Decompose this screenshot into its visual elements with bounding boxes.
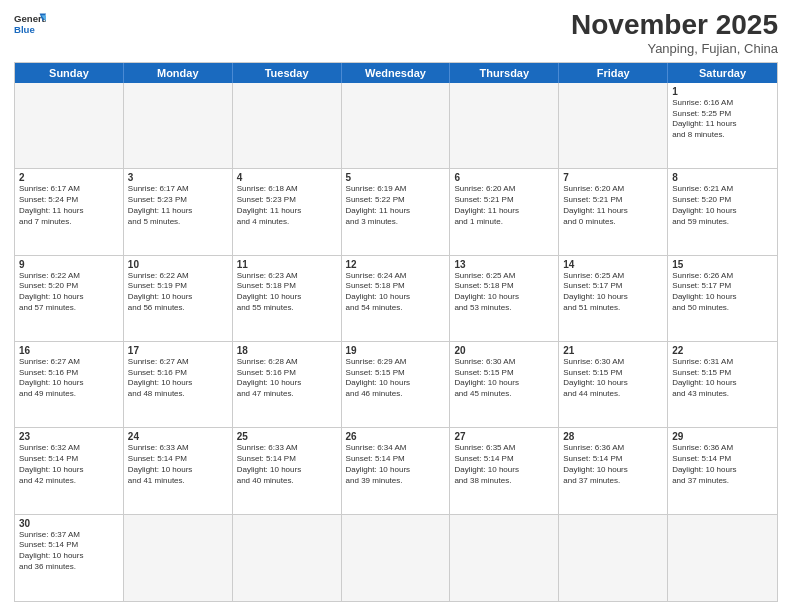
calendar-row: 1Sunrise: 6:16 AM Sunset: 5:25 PM Daylig…	[15, 83, 777, 169]
month-title: November 2025	[571, 10, 778, 41]
day-number: 25	[237, 431, 337, 442]
calendar-cell: 20Sunrise: 6:30 AM Sunset: 5:15 PM Dayli…	[450, 342, 559, 427]
calendar-cell: 25Sunrise: 6:33 AM Sunset: 5:14 PM Dayli…	[233, 428, 342, 513]
cell-info: Sunrise: 6:33 AM Sunset: 5:14 PM Dayligh…	[128, 443, 228, 486]
cell-info: Sunrise: 6:25 AM Sunset: 5:18 PM Dayligh…	[454, 271, 554, 314]
calendar-cell: 7Sunrise: 6:20 AM Sunset: 5:21 PM Daylig…	[559, 169, 668, 254]
calendar-cell: 17Sunrise: 6:27 AM Sunset: 5:16 PM Dayli…	[124, 342, 233, 427]
calendar-cell: 13Sunrise: 6:25 AM Sunset: 5:18 PM Dayli…	[450, 256, 559, 341]
day-number: 26	[346, 431, 446, 442]
cell-info: Sunrise: 6:33 AM Sunset: 5:14 PM Dayligh…	[237, 443, 337, 486]
cell-info: Sunrise: 6:17 AM Sunset: 5:23 PM Dayligh…	[128, 184, 228, 227]
day-number: 29	[672, 431, 773, 442]
calendar-row: 23Sunrise: 6:32 AM Sunset: 5:14 PM Dayli…	[15, 428, 777, 514]
cell-info: Sunrise: 6:25 AM Sunset: 5:17 PM Dayligh…	[563, 271, 663, 314]
calendar-cell: 28Sunrise: 6:36 AM Sunset: 5:14 PM Dayli…	[559, 428, 668, 513]
day-header-thursday: Thursday	[450, 63, 559, 83]
calendar: SundayMondayTuesdayWednesdayThursdayFrid…	[14, 62, 778, 602]
calendar-cell: 16Sunrise: 6:27 AM Sunset: 5:16 PM Dayli…	[15, 342, 124, 427]
calendar-cell	[342, 515, 451, 601]
day-header-wednesday: Wednesday	[342, 63, 451, 83]
day-number: 2	[19, 172, 119, 183]
cell-info: Sunrise: 6:20 AM Sunset: 5:21 PM Dayligh…	[563, 184, 663, 227]
cell-info: Sunrise: 6:22 AM Sunset: 5:19 PM Dayligh…	[128, 271, 228, 314]
cell-info: Sunrise: 6:26 AM Sunset: 5:17 PM Dayligh…	[672, 271, 773, 314]
calendar-cell: 4Sunrise: 6:18 AM Sunset: 5:23 PM Daylig…	[233, 169, 342, 254]
calendar-cell: 15Sunrise: 6:26 AM Sunset: 5:17 PM Dayli…	[668, 256, 777, 341]
day-header-friday: Friday	[559, 63, 668, 83]
calendar-cell: 12Sunrise: 6:24 AM Sunset: 5:18 PM Dayli…	[342, 256, 451, 341]
cell-info: Sunrise: 6:34 AM Sunset: 5:14 PM Dayligh…	[346, 443, 446, 486]
cell-info: Sunrise: 6:36 AM Sunset: 5:14 PM Dayligh…	[672, 443, 773, 486]
calendar-grid: 1Sunrise: 6:16 AM Sunset: 5:25 PM Daylig…	[15, 83, 777, 601]
calendar-row: 30Sunrise: 6:37 AM Sunset: 5:14 PM Dayli…	[15, 515, 777, 601]
day-header-saturday: Saturday	[668, 63, 777, 83]
header: General Blue November 2025 Yanping, Fuji…	[14, 10, 778, 56]
day-number: 17	[128, 345, 228, 356]
logo-icon: General Blue	[14, 10, 46, 38]
logo: General Blue	[14, 10, 46, 38]
calendar-cell: 9Sunrise: 6:22 AM Sunset: 5:20 PM Daylig…	[15, 256, 124, 341]
calendar-cell	[124, 515, 233, 601]
cell-info: Sunrise: 6:21 AM Sunset: 5:20 PM Dayligh…	[672, 184, 773, 227]
page: General Blue November 2025 Yanping, Fuji…	[0, 0, 792, 612]
cell-info: Sunrise: 6:36 AM Sunset: 5:14 PM Dayligh…	[563, 443, 663, 486]
calendar-cell	[668, 515, 777, 601]
day-number: 5	[346, 172, 446, 183]
day-number: 19	[346, 345, 446, 356]
calendar-cell: 18Sunrise: 6:28 AM Sunset: 5:16 PM Dayli…	[233, 342, 342, 427]
day-number: 23	[19, 431, 119, 442]
cell-info: Sunrise: 6:35 AM Sunset: 5:14 PM Dayligh…	[454, 443, 554, 486]
cell-info: Sunrise: 6:19 AM Sunset: 5:22 PM Dayligh…	[346, 184, 446, 227]
calendar-cell: 27Sunrise: 6:35 AM Sunset: 5:14 PM Dayli…	[450, 428, 559, 513]
day-number: 11	[237, 259, 337, 270]
day-number: 1	[672, 86, 773, 97]
day-number: 22	[672, 345, 773, 356]
day-number: 13	[454, 259, 554, 270]
calendar-cell: 26Sunrise: 6:34 AM Sunset: 5:14 PM Dayli…	[342, 428, 451, 513]
day-number: 7	[563, 172, 663, 183]
day-headers: SundayMondayTuesdayWednesdayThursdayFrid…	[15, 63, 777, 83]
day-number: 21	[563, 345, 663, 356]
day-header-tuesday: Tuesday	[233, 63, 342, 83]
day-number: 24	[128, 431, 228, 442]
cell-info: Sunrise: 6:17 AM Sunset: 5:24 PM Dayligh…	[19, 184, 119, 227]
cell-info: Sunrise: 6:27 AM Sunset: 5:16 PM Dayligh…	[128, 357, 228, 400]
day-number: 4	[237, 172, 337, 183]
calendar-cell: 22Sunrise: 6:31 AM Sunset: 5:15 PM Dayli…	[668, 342, 777, 427]
calendar-cell	[15, 83, 124, 168]
location: Yanping, Fujian, China	[571, 41, 778, 56]
cell-info: Sunrise: 6:32 AM Sunset: 5:14 PM Dayligh…	[19, 443, 119, 486]
day-number: 15	[672, 259, 773, 270]
cell-info: Sunrise: 6:24 AM Sunset: 5:18 PM Dayligh…	[346, 271, 446, 314]
day-number: 9	[19, 259, 119, 270]
day-number: 12	[346, 259, 446, 270]
cell-info: Sunrise: 6:30 AM Sunset: 5:15 PM Dayligh…	[454, 357, 554, 400]
day-number: 20	[454, 345, 554, 356]
cell-info: Sunrise: 6:22 AM Sunset: 5:20 PM Dayligh…	[19, 271, 119, 314]
calendar-cell: 3Sunrise: 6:17 AM Sunset: 5:23 PM Daylig…	[124, 169, 233, 254]
calendar-row: 9Sunrise: 6:22 AM Sunset: 5:20 PM Daylig…	[15, 256, 777, 342]
day-number: 16	[19, 345, 119, 356]
calendar-cell	[450, 515, 559, 601]
calendar-cell	[559, 515, 668, 601]
calendar-cell: 29Sunrise: 6:36 AM Sunset: 5:14 PM Dayli…	[668, 428, 777, 513]
day-number: 28	[563, 431, 663, 442]
day-number: 6	[454, 172, 554, 183]
calendar-cell	[342, 83, 451, 168]
calendar-cell: 21Sunrise: 6:30 AM Sunset: 5:15 PM Dayli…	[559, 342, 668, 427]
day-number: 14	[563, 259, 663, 270]
calendar-cell: 24Sunrise: 6:33 AM Sunset: 5:14 PM Dayli…	[124, 428, 233, 513]
day-number: 3	[128, 172, 228, 183]
day-number: 27	[454, 431, 554, 442]
cell-info: Sunrise: 6:28 AM Sunset: 5:16 PM Dayligh…	[237, 357, 337, 400]
cell-info: Sunrise: 6:31 AM Sunset: 5:15 PM Dayligh…	[672, 357, 773, 400]
calendar-cell: 10Sunrise: 6:22 AM Sunset: 5:19 PM Dayli…	[124, 256, 233, 341]
cell-info: Sunrise: 6:18 AM Sunset: 5:23 PM Dayligh…	[237, 184, 337, 227]
title-block: November 2025 Yanping, Fujian, China	[571, 10, 778, 56]
calendar-cell: 14Sunrise: 6:25 AM Sunset: 5:17 PM Dayli…	[559, 256, 668, 341]
day-header-sunday: Sunday	[15, 63, 124, 83]
cell-info: Sunrise: 6:30 AM Sunset: 5:15 PM Dayligh…	[563, 357, 663, 400]
cell-info: Sunrise: 6:20 AM Sunset: 5:21 PM Dayligh…	[454, 184, 554, 227]
cell-info: Sunrise: 6:37 AM Sunset: 5:14 PM Dayligh…	[19, 530, 119, 573]
